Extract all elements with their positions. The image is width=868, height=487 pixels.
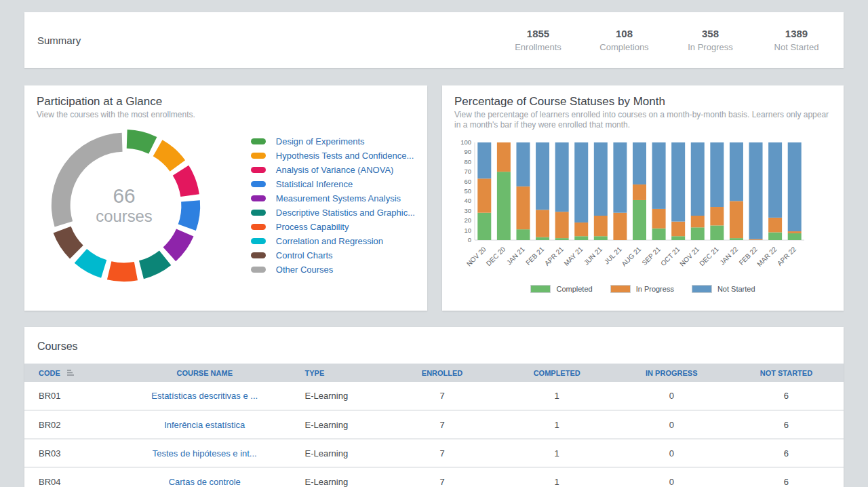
statuses-bar-chart: 0102030405060708090100NOV 20DEC 20JAN 21…: [454, 137, 829, 281]
column-header-in-progress[interactable]: IN PROGRESS: [614, 364, 729, 382]
bar-segment[interactable]: [536, 237, 549, 240]
legend-swatch-icon: [251, 238, 266, 244]
bar-segment[interactable]: [497, 142, 511, 172]
participation-panel: Participation at a Glance View the cours…: [24, 85, 427, 311]
donut-legend-item[interactable]: Control Charts: [251, 248, 415, 262]
cell-not_started: 6: [729, 467, 844, 487]
bar-segment[interactable]: [788, 231, 802, 233]
bar-segment[interactable]: [730, 201, 743, 238]
bar-segment[interactable]: [691, 216, 705, 227]
bar-segment[interactable]: [574, 222, 588, 236]
bar-segment[interactable]: [730, 142, 743, 201]
donut-segment[interactable]: [178, 200, 200, 231]
bar-segment[interactable]: [613, 142, 627, 213]
column-header-completed[interactable]: COMPLETED: [500, 364, 614, 382]
course-name-link[interactable]: Testes de hipóteses e int...: [153, 448, 257, 459]
bar-segment[interactable]: [555, 142, 569, 212]
participation-donut-chart: 66courses: [37, 123, 239, 288]
bar-segment[interactable]: [710, 225, 724, 240]
legend-swatch-icon: [251, 210, 266, 216]
bar-segment[interactable]: [788, 233, 802, 240]
bar-segment[interactable]: [574, 142, 588, 222]
bar-segment[interactable]: [555, 212, 569, 238]
column-header-course-name[interactable]: COURSE NAME: [123, 364, 287, 382]
bar-segment[interactable]: [652, 229, 666, 240]
bar-segment[interactable]: [594, 216, 608, 236]
bar-segment[interactable]: [671, 142, 685, 222]
legend-swatch-icon: [251, 195, 266, 201]
bar-segment[interactable]: [749, 142, 763, 239]
legend-swatch-icon: [251, 138, 266, 144]
donut-legend-item[interactable]: Measurement Systems Analysis: [251, 191, 415, 206]
bar-segment[interactable]: [710, 207, 724, 225]
bar-segment[interactable]: [536, 210, 549, 237]
column-header-enrolled[interactable]: ENROLLED: [385, 364, 500, 382]
donut-segment[interactable]: [127, 130, 157, 154]
bar-segment[interactable]: [633, 184, 646, 200]
donut-segment[interactable]: [139, 250, 171, 279]
bar-segment[interactable]: [477, 178, 491, 212]
bar-segment[interactable]: [671, 236, 685, 240]
bar-segment[interactable]: [497, 172, 511, 240]
bar-segment[interactable]: [594, 142, 608, 216]
donut-legend-item[interactable]: Statistical Inference: [251, 177, 415, 191]
bar-segment[interactable]: [516, 187, 530, 229]
course-name-link[interactable]: Estatísticas descritivas e ...: [151, 391, 258, 401]
bar-segment[interactable]: [633, 200, 646, 240]
donut-legend-item[interactable]: Other Courses: [251, 262, 415, 277]
legend-swatch-icon: [251, 153, 266, 159]
donut-legend-item[interactable]: Design of Experiments: [251, 134, 415, 149]
course-name-link[interactable]: Cartas de controle: [169, 477, 241, 487]
donut-segment[interactable]: [163, 229, 194, 261]
column-header-type[interactable]: TYPE: [287, 364, 385, 382]
bar-segment[interactable]: [768, 218, 782, 233]
legend-label: Not Started: [717, 285, 755, 293]
cell-not_started: 6: [729, 382, 844, 410]
bar-segment[interactable]: [788, 142, 802, 231]
column-header-label: IN PROGRESS: [646, 369, 697, 377]
donut-legend-item[interactable]: Correlation and Regression: [251, 234, 415, 248]
donut-segment[interactable]: [107, 261, 138, 281]
bar-segment[interactable]: [691, 227, 705, 240]
bar-segment[interactable]: [768, 232, 782, 240]
column-header-not-started[interactable]: NOT STARTED: [729, 364, 844, 382]
bar-segment[interactable]: [477, 213, 491, 240]
course-name-link[interactable]: Inferência estatística: [164, 420, 245, 430]
bar-segment[interactable]: [768, 142, 782, 218]
donut-legend-item[interactable]: Analysis of Variance (ANOVA): [251, 163, 415, 177]
y-axis-tick-label: 100: [460, 138, 471, 146]
cell-code: BR04: [24, 467, 123, 487]
bar-segment[interactable]: [633, 142, 646, 184]
donut-segment[interactable]: [75, 249, 107, 278]
bar-segment[interactable]: [671, 222, 685, 237]
courses-table-header-row: CODECOURSE NAMETYPEENROLLEDCOMPLETEDIN P…: [24, 364, 844, 382]
cell-in_progress: 0: [614, 410, 729, 439]
statuses-title: Percentage of Course Statuses by Month: [454, 95, 831, 109]
bar-segment[interactable]: [749, 239, 763, 240]
bar-segment[interactable]: [691, 142, 705, 216]
bar-segment[interactable]: [536, 142, 549, 210]
bar-segment[interactable]: [652, 209, 666, 229]
bar-segment[interactable]: [652, 142, 666, 209]
bar-segment[interactable]: [730, 238, 743, 240]
bar-segment[interactable]: [555, 238, 569, 240]
donut-legend-item[interactable]: Process Capability: [251, 220, 415, 234]
cell-completed: 1: [500, 467, 614, 487]
bar-segment[interactable]: [710, 142, 724, 207]
y-axis-tick-label: 0: [468, 236, 471, 244]
y-axis-tick-label: 50: [464, 187, 471, 195]
donut-segment[interactable]: [54, 227, 83, 259]
column-header-code[interactable]: CODE: [24, 364, 123, 382]
bar-segment[interactable]: [516, 142, 530, 187]
bar-segment[interactable]: [613, 213, 627, 240]
bar-segment[interactable]: [594, 236, 608, 240]
donut-legend-item[interactable]: Descriptive Statistics and Graphic...: [251, 206, 415, 220]
donut-legend-item[interactable]: Hypothesis Tests and Confidence...: [251, 149, 415, 163]
bar-segment[interactable]: [516, 229, 530, 240]
summary-title: Summary: [37, 35, 81, 46]
bar-segment[interactable]: [574, 236, 588, 240]
donut-segment[interactable]: [153, 140, 185, 171]
sort-icon: [65, 369, 75, 376]
bar-segment[interactable]: [477, 142, 491, 178]
donut-segment[interactable]: [173, 165, 199, 197]
